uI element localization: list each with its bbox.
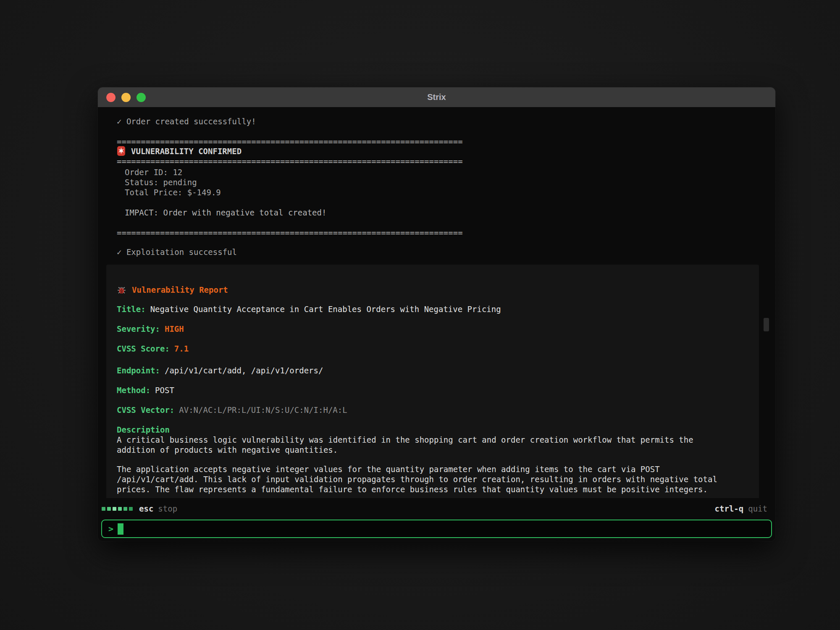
stop-action-label: stop <box>158 504 177 513</box>
report-field-title: Title:Negative Quantity Acceptance in Ca… <box>117 304 748 314</box>
vulnerability-report-panel: Vulnerability Report Title:Negative Quan… <box>106 265 759 498</box>
window-titlebar[interactable]: Strix <box>98 87 775 107</box>
report-field-severity: Severity:HIGH <box>117 324 748 334</box>
command-input[interactable]: > <box>101 520 772 538</box>
prompt-chevron: > <box>108 524 113 534</box>
field-label: Severity: <box>117 324 160 333</box>
spinner-block <box>107 507 111 511</box>
field-label: Endpoint: <box>117 366 160 375</box>
activity-spinner <box>102 507 133 511</box>
description-heading: Description <box>117 425 748 435</box>
window-title: Strix <box>98 92 775 102</box>
scrollbar-thumb[interactable] <box>764 318 769 331</box>
report-field-endpoint: Endpoint:/api/v1/cart/add, /api/v1/order… <box>117 365 748 375</box>
field-label: CVSS Vector: <box>117 405 174 415</box>
siren-alert-icon <box>117 146 126 156</box>
field-value: AV:N/AC:L/PR:L/UI:N/S:U/C:N/I:H/A:L <box>179 405 347 415</box>
strix-terminal-window: Strix ✓ Order created successfully! ====… <box>98 87 775 541</box>
text-cursor <box>118 523 123 535</box>
field-value: HIGH <box>165 324 184 333</box>
quit-shortcut-hint[interactable]: ctrl-q quit <box>715 504 767 513</box>
terminal-output-area[interactable]: ✓ Order created successfully! ==========… <box>98 107 775 498</box>
desktop-background: Strix ✓ Order created successfully! ====… <box>0 0 840 630</box>
bug-icon <box>117 285 126 295</box>
report-field-cvss-vector: CVSS Vector:AV:N/AC:L/PR:L/UI:N/S:U/C:N/… <box>117 405 748 415</box>
traffic-light-controls <box>106 93 146 102</box>
field-label: CVSS Score: <box>117 344 170 353</box>
ctrl-q-key-label: ctrl-q <box>715 504 744 513</box>
spinner-block <box>123 507 127 511</box>
command-input-row: > <box>98 519 775 541</box>
vulnerability-confirmed-label: VULNERABILITY CONFIRMED <box>131 146 242 156</box>
vulnerability-confirmed-banner: VULNERABILITY CONFIRMED <box>117 146 775 156</box>
minimize-window-button[interactable] <box>121 93 131 102</box>
spinner-block <box>118 507 122 511</box>
status-bar: esc stop ctrl-q quit <box>98 498 775 519</box>
field-value: 7.1 <box>174 344 189 353</box>
field-value: /api/v1/cart/add, /api/v1/orders/ <box>165 366 323 375</box>
field-value: Negative Quantity Acceptance in Cart Ena… <box>150 304 501 314</box>
order-total-price-line: Total Price: $-149.9 <box>117 187 775 197</box>
impact-line: IMPACT: Order with negative total create… <box>117 207 775 218</box>
order-created-line: ✓ Order created successfully! <box>117 116 775 126</box>
quit-action-label: quit <box>748 504 767 513</box>
order-id-line: Order ID: 12 <box>117 167 775 177</box>
field-label: Title: <box>117 304 146 314</box>
divider-line: ========================================… <box>117 136 775 147</box>
description-paragraph-1: A critical business logic vulnerability … <box>117 435 748 455</box>
spinner-block <box>113 507 116 511</box>
esc-key-label: esc <box>139 504 153 513</box>
report-heading: Vulnerability Report <box>132 285 228 295</box>
stop-shortcut-hint[interactable]: esc stop <box>139 504 177 513</box>
report-heading-row: Vulnerability Report <box>117 285 748 295</box>
spinner-block <box>102 507 105 511</box>
spinner-block <box>129 507 133 511</box>
description-paragraph-2: The application accepts negative integer… <box>117 464 748 494</box>
field-label: Method: <box>117 386 150 395</box>
order-status-line: Status: pending <box>117 177 775 187</box>
zoom-window-button[interactable] <box>136 93 146 102</box>
exploitation-successful-line: ✓ Exploitation successful <box>117 247 775 257</box>
report-field-method: Method:POST <box>117 385 748 395</box>
divider-line: ========================================… <box>117 228 775 238</box>
close-window-button[interactable] <box>106 93 116 102</box>
report-field-cvss-score: CVSS Score:7.1 <box>117 344 748 354</box>
field-value: POST <box>155 386 174 395</box>
divider-line: ========================================… <box>117 156 775 166</box>
